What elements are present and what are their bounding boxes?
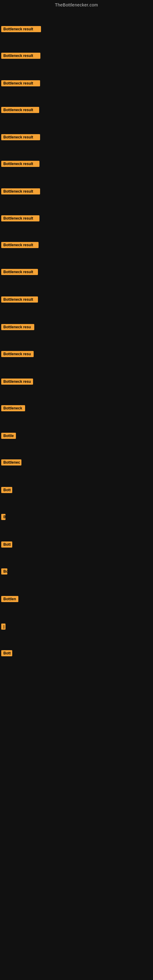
bottleneck-badge-24[interactable]: Bott <box>1 650 12 656</box>
site-title: TheBottlenecker.com <box>0 0 153 9</box>
bottleneck-row-4[interactable]: Bottleneck result <box>1 107 39 114</box>
bottleneck-badge-18[interactable]: Bott <box>1 487 12 493</box>
bottleneck-badge-4[interactable]: Bottleneck result <box>1 107 39 113</box>
bottleneck-badge-1[interactable]: Bottleneck result <box>1 26 41 32</box>
bottleneck-row-2[interactable]: Bottleneck result <box>1 52 40 60</box>
bottleneck-badge-16[interactable]: Bottle <box>1 433 16 439</box>
rows-container: Bottleneck resultBottleneck resultBottle… <box>0 9 153 980</box>
bottleneck-badge-2[interactable]: Bottleneck result <box>1 52 40 59</box>
bottleneck-row-1[interactable]: Bottleneck result <box>1 26 41 33</box>
bottleneck-row-20[interactable]: Bott <box>1 541 12 549</box>
bottleneck-badge-12[interactable]: Bottleneck resu <box>1 324 34 330</box>
bottleneck-badge-15[interactable]: Bottleneck <box>1 405 25 411</box>
bottleneck-badge-23[interactable]: | <box>1 624 5 630</box>
bottleneck-badge-22[interactable]: Bottlen <box>1 596 18 602</box>
bottleneck-badge-20[interactable]: Bott <box>1 541 12 547</box>
bottleneck-badge-14[interactable]: Bottleneck resu <box>1 379 33 385</box>
bottleneck-badge-7[interactable]: Bottleneck result <box>1 188 40 194</box>
bottleneck-row-6[interactable]: Bottleneck result <box>1 161 40 168</box>
bottleneck-badge-21[interactable]: Bo <box>1 568 7 574</box>
bottleneck-row-7[interactable]: Bottleneck result <box>1 188 40 196</box>
bottleneck-row-5[interactable]: Bottleneck result <box>1 134 40 142</box>
bottleneck-badge-13[interactable]: Bottleneck resu <box>1 351 33 357</box>
bottleneck-badge-6[interactable]: Bottleneck result <box>1 161 40 167</box>
bottleneck-row-22[interactable]: Bottlen <box>1 596 18 603</box>
bottleneck-row-14[interactable]: Bottleneck resu <box>1 379 33 386</box>
bottleneck-badge-17[interactable]: Bottlenec <box>1 460 21 466</box>
bottleneck-row-23[interactable]: | <box>1 624 5 631</box>
bottleneck-row-9[interactable]: Bottleneck result <box>1 242 38 249</box>
bottleneck-row-24[interactable]: Bott <box>1 650 12 657</box>
bottleneck-badge-10[interactable]: Bottleneck result <box>1 269 38 275</box>
bottleneck-row-16[interactable]: Bottle <box>1 433 16 440</box>
bottleneck-row-17[interactable]: Bottlenec <box>1 460 21 467</box>
bottleneck-badge-19[interactable]: B <box>1 514 5 520</box>
bottleneck-row-8[interactable]: Bottleneck result <box>1 215 40 223</box>
bottleneck-row-15[interactable]: Bottleneck <box>1 405 25 412</box>
bottleneck-row-21[interactable]: Bo <box>1 568 7 576</box>
bottleneck-row-3[interactable]: Bottleneck result <box>1 80 40 88</box>
bottleneck-badge-5[interactable]: Bottleneck result <box>1 134 40 140</box>
bottleneck-row-10[interactable]: Bottleneck result <box>1 269 38 276</box>
bottleneck-badge-9[interactable]: Bottleneck result <box>1 242 38 248</box>
bottleneck-row-13[interactable]: Bottleneck resu <box>1 351 33 358</box>
bottleneck-badge-3[interactable]: Bottleneck result <box>1 80 40 86</box>
bottleneck-badge-11[interactable]: Bottleneck result <box>1 296 38 302</box>
bottleneck-row-12[interactable]: Bottleneck resu <box>1 324 34 331</box>
bottleneck-row-11[interactable]: Bottleneck result <box>1 296 38 304</box>
site-title-container: TheBottlenecker.com <box>0 0 153 9</box>
bottleneck-row-19[interactable]: B <box>1 514 5 521</box>
bottleneck-badge-8[interactable]: Bottleneck result <box>1 215 40 221</box>
bottleneck-row-18[interactable]: Bott <box>1 487 12 494</box>
